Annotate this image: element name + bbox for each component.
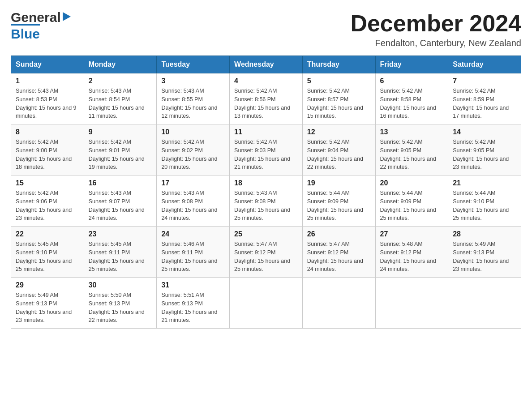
- day-cell: 11 Sunrise: 5:42 AM Sunset: 9:03 PM Dayl…: [230, 124, 303, 176]
- day-cell: 12 Sunrise: 5:42 AM Sunset: 9:04 PM Dayl…: [302, 124, 375, 176]
- day-detail: Sunrise: 5:42 AM Sunset: 9:01 PM Dayligh…: [89, 138, 152, 171]
- day-cell: 10 Sunrise: 5:42 AM Sunset: 9:02 PM Dayl…: [157, 124, 230, 176]
- day-detail: Sunrise: 5:44 AM Sunset: 9:10 PM Dayligh…: [453, 189, 516, 223]
- day-cell: 2 Sunrise: 5:43 AM Sunset: 8:54 PM Dayli…: [84, 73, 157, 124]
- day-detail: Sunrise: 5:48 AM Sunset: 9:12 PM Dayligh…: [380, 240, 444, 274]
- day-cell: 30 Sunrise: 5:50 AM Sunset: 9:13 PM Dayl…: [84, 278, 157, 329]
- day-number: 10: [161, 128, 225, 136]
- day-detail: Sunrise: 5:45 AM Sunset: 9:11 PM Dayligh…: [89, 240, 152, 274]
- day-detail: Sunrise: 5:47 AM Sunset: 9:12 PM Dayligh…: [234, 240, 298, 274]
- day-cell: 26 Sunrise: 5:47 AM Sunset: 9:12 PM Dayl…: [302, 227, 375, 278]
- day-number: 19: [307, 179, 371, 187]
- day-detail: Sunrise: 5:42 AM Sunset: 9:03 PM Dayligh…: [234, 138, 298, 171]
- day-cell: 6 Sunrise: 5:42 AM Sunset: 8:58 PM Dayli…: [375, 73, 448, 124]
- col-wednesday: Wednesday: [230, 56, 303, 73]
- col-thursday: Thursday: [302, 56, 375, 73]
- day-number: 3: [161, 77, 225, 85]
- day-cell: 22 Sunrise: 5:45 AM Sunset: 9:10 PM Dayl…: [11, 227, 84, 278]
- location: Fendalton, Canterbury, New Zealand: [350, 38, 521, 48]
- day-cell: 23 Sunrise: 5:45 AM Sunset: 9:11 PM Dayl…: [84, 227, 157, 278]
- day-cell: 15 Sunrise: 5:42 AM Sunset: 9:06 PM Dayl…: [11, 176, 84, 227]
- day-number: 7: [453, 77, 516, 85]
- day-number: 15: [16, 179, 79, 187]
- day-cell: [230, 278, 303, 329]
- day-number: 13: [380, 128, 444, 136]
- day-detail: Sunrise: 5:43 AM Sunset: 8:55 PM Dayligh…: [161, 87, 225, 120]
- day-cell: 16 Sunrise: 5:43 AM Sunset: 9:07 PM Dayl…: [84, 176, 157, 227]
- week-row-2: 8 Sunrise: 5:42 AM Sunset: 9:00 PM Dayli…: [11, 124, 521, 176]
- day-detail: Sunrise: 5:49 AM Sunset: 9:13 PM Dayligh…: [453, 240, 516, 274]
- col-friday: Friday: [375, 56, 448, 73]
- day-cell: 4 Sunrise: 5:42 AM Sunset: 8:56 PM Dayli…: [230, 73, 303, 124]
- day-cell: 8 Sunrise: 5:42 AM Sunset: 9:00 PM Dayli…: [11, 124, 84, 176]
- title-block: December 2024 Fendalton, Canterbury, New…: [350, 11, 521, 48]
- week-row-1: 1 Sunrise: 5:43 AM Sunset: 8:53 PM Dayli…: [11, 73, 521, 124]
- day-cell: 31 Sunrise: 5:51 AM Sunset: 9:13 PM Dayl…: [157, 278, 230, 329]
- day-detail: Sunrise: 5:42 AM Sunset: 8:58 PM Dayligh…: [380, 87, 444, 120]
- day-number: 9: [89, 128, 152, 136]
- day-number: 18: [234, 179, 298, 187]
- day-number: 26: [307, 230, 371, 238]
- logo-blue-row: Blue: [11, 24, 40, 42]
- day-cell: 29 Sunrise: 5:49 AM Sunset: 9:13 PM Dayl…: [11, 278, 84, 329]
- col-sunday: Sunday: [11, 56, 84, 73]
- day-cell: 7 Sunrise: 5:42 AM Sunset: 8:59 PM Dayli…: [448, 73, 521, 124]
- calendar-table: Sunday Monday Tuesday Wednesday Thursday…: [11, 56, 521, 329]
- day-cell: [302, 278, 375, 329]
- day-number: 1: [16, 77, 79, 85]
- day-number: 30: [89, 281, 152, 289]
- day-cell: 19 Sunrise: 5:44 AM Sunset: 9:09 PM Dayl…: [302, 176, 375, 227]
- day-detail: Sunrise: 5:44 AM Sunset: 9:09 PM Dayligh…: [380, 189, 444, 223]
- day-number: 11: [234, 128, 298, 136]
- logo-row: General: [11, 11, 72, 24]
- week-row-5: 29 Sunrise: 5:49 AM Sunset: 9:13 PM Dayl…: [11, 278, 521, 329]
- day-detail: Sunrise: 5:43 AM Sunset: 8:53 PM Dayligh…: [16, 87, 79, 120]
- day-number: 31: [161, 281, 225, 289]
- day-detail: Sunrise: 5:47 AM Sunset: 9:12 PM Dayligh…: [307, 240, 371, 274]
- day-number: 22: [16, 230, 79, 238]
- day-detail: Sunrise: 5:44 AM Sunset: 9:09 PM Dayligh…: [307, 189, 371, 223]
- day-detail: Sunrise: 5:42 AM Sunset: 8:59 PM Dayligh…: [453, 87, 516, 120]
- day-detail: Sunrise: 5:42 AM Sunset: 8:57 PM Dayligh…: [307, 87, 371, 120]
- day-cell: 14 Sunrise: 5:42 AM Sunset: 9:05 PM Dayl…: [448, 124, 521, 176]
- day-detail: Sunrise: 5:45 AM Sunset: 9:10 PM Dayligh…: [16, 240, 79, 274]
- day-cell: 9 Sunrise: 5:42 AM Sunset: 9:01 PM Dayli…: [84, 124, 157, 176]
- day-detail: Sunrise: 5:42 AM Sunset: 9:02 PM Dayligh…: [161, 138, 225, 171]
- day-number: 23: [89, 230, 152, 238]
- day-number: 29: [16, 281, 79, 289]
- day-cell: 20 Sunrise: 5:44 AM Sunset: 9:09 PM Dayl…: [375, 176, 448, 227]
- day-number: 21: [453, 179, 516, 187]
- day-number: 6: [380, 77, 444, 85]
- calendar-body: 1 Sunrise: 5:43 AM Sunset: 8:53 PM Dayli…: [11, 73, 521, 329]
- day-number: 24: [161, 230, 225, 238]
- week-row-3: 15 Sunrise: 5:42 AM Sunset: 9:06 PM Dayl…: [11, 176, 521, 227]
- day-detail: Sunrise: 5:49 AM Sunset: 9:13 PM Dayligh…: [16, 291, 79, 325]
- day-cell: 24 Sunrise: 5:46 AM Sunset: 9:11 PM Dayl…: [157, 227, 230, 278]
- header-row: Sunday Monday Tuesday Wednesday Thursday…: [11, 56, 521, 73]
- day-detail: Sunrise: 5:43 AM Sunset: 9:08 PM Dayligh…: [234, 189, 298, 223]
- page-header: General Blue December 2024 Fendalton, Ca…: [11, 11, 521, 48]
- day-cell: 27 Sunrise: 5:48 AM Sunset: 9:12 PM Dayl…: [375, 227, 448, 278]
- day-cell: 1 Sunrise: 5:43 AM Sunset: 8:53 PM Dayli…: [11, 73, 84, 124]
- col-saturday: Saturday: [448, 56, 521, 73]
- day-detail: Sunrise: 5:51 AM Sunset: 9:13 PM Dayligh…: [161, 291, 225, 325]
- day-detail: Sunrise: 5:42 AM Sunset: 8:56 PM Dayligh…: [234, 87, 298, 120]
- col-tuesday: Tuesday: [157, 56, 230, 73]
- day-detail: Sunrise: 5:42 AM Sunset: 9:05 PM Dayligh…: [453, 138, 516, 171]
- logo-blue: Blue: [11, 26, 40, 42]
- svg-marker-0: [63, 12, 71, 21]
- day-detail: Sunrise: 5:42 AM Sunset: 9:06 PM Dayligh…: [16, 189, 79, 223]
- day-number: 4: [234, 77, 298, 85]
- day-cell: 13 Sunrise: 5:42 AM Sunset: 9:05 PM Dayl…: [375, 124, 448, 176]
- day-number: 20: [380, 179, 444, 187]
- day-detail: Sunrise: 5:42 AM Sunset: 9:04 PM Dayligh…: [307, 138, 371, 171]
- day-number: 28: [453, 230, 516, 238]
- day-cell: 28 Sunrise: 5:49 AM Sunset: 9:13 PM Dayl…: [448, 227, 521, 278]
- day-cell: 5 Sunrise: 5:42 AM Sunset: 8:57 PM Dayli…: [302, 73, 375, 124]
- day-cell: 17 Sunrise: 5:43 AM Sunset: 9:08 PM Dayl…: [157, 176, 230, 227]
- day-number: 16: [89, 179, 152, 187]
- day-cell: 25 Sunrise: 5:47 AM Sunset: 9:12 PM Dayl…: [230, 227, 303, 278]
- calendar-header: Sunday Monday Tuesday Wednesday Thursday…: [11, 56, 521, 73]
- day-number: 14: [453, 128, 516, 136]
- logo-general: General: [11, 11, 61, 24]
